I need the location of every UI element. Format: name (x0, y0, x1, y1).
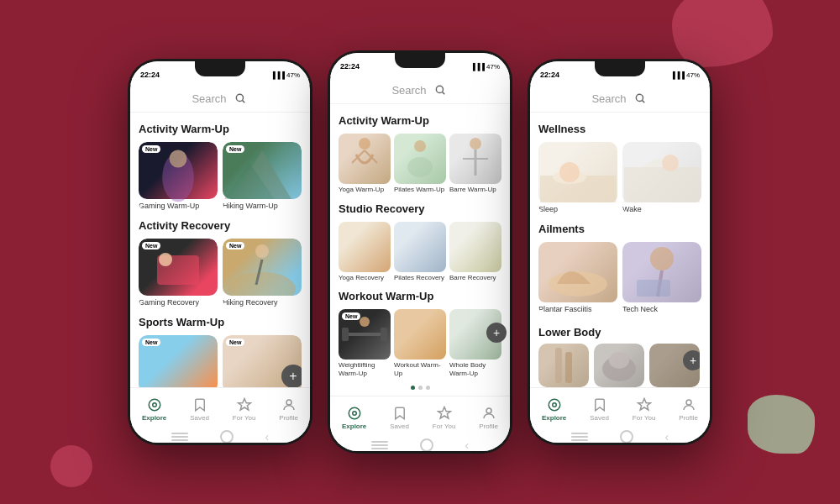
dot-1 (411, 386, 415, 390)
svg-point-29 (352, 412, 356, 416)
label-wake: Wake (622, 205, 701, 214)
label-pilates-warmup: Pilates Warm-Up (394, 186, 446, 194)
plus-btn-middle[interactable]: + (486, 323, 507, 343)
svg-point-11 (149, 399, 160, 411)
status-bar-middle: 22:24 ▐▐▐47% (330, 53, 510, 76)
nav-explore-middle[interactable]: Explore (342, 406, 366, 430)
svg-point-30 (486, 408, 491, 413)
svg-point-0 (236, 94, 243, 101)
time-right: 22:24 (540, 71, 559, 79)
svg-line-18 (365, 150, 377, 163)
nav-label-saved-right: Saved (590, 414, 609, 422)
card-barre-recovery[interactable]: Barre Recovery (449, 222, 501, 282)
signal-middle: ▐▐▐47% (470, 63, 500, 71)
label-barre-warmup: Barre Warm-Up (449, 186, 501, 194)
nav-label-saved-middle: Saved (390, 423, 409, 430)
section-title-workout-warmup: Workout Warm-Up (339, 290, 501, 302)
home-lines-middle (371, 441, 388, 449)
plus-btn-left[interactable]: + (281, 365, 302, 387)
card-plantar[interactable]: Plantar Fasciitis (538, 242, 617, 314)
svg-point-48 (686, 400, 691, 405)
card-hiking-recovery[interactable]: New Hiking Recovery (223, 239, 302, 307)
card-hiking-warmup[interactable]: New Hiking Warm-Up (223, 142, 302, 211)
nav-explore-right[interactable]: Explore (542, 397, 566, 422)
svg-point-37 (662, 155, 679, 171)
label-hiking-warmup: Hiking Warm-Up (223, 202, 302, 211)
section-title-studio-warmup: Activity Warm-Up (339, 114, 501, 127)
card-wake[interactable]: Wake (622, 142, 701, 214)
label-gaming-recovery: Gaming Recovery (139, 298, 218, 307)
home-indicator-right: ‹ (530, 431, 710, 443)
search-icon-left[interactable] (232, 90, 249, 107)
nav-foryou-middle[interactable]: For You (433, 406, 456, 430)
nav-foryou-right[interactable]: For You (633, 397, 656, 422)
search-label-left: Search (192, 92, 226, 105)
search-bar-middle[interactable]: Search (330, 76, 510, 104)
section-title-wellness: Wellness (538, 123, 701, 135)
card-lower3[interactable]: + (649, 344, 700, 387)
label-sleep: Sleep (538, 205, 617, 214)
svg-line-1 (242, 101, 244, 103)
svg-point-28 (349, 407, 360, 419)
phone-middle: 22:24 ▐▐▐47% Search Activity Warm-Up (328, 50, 512, 454)
dot-3 (426, 386, 430, 390)
card-pilates-warmup[interactable]: Pilates Warm-Up (394, 134, 446, 194)
home-back-middle: ‹ (465, 438, 469, 451)
card-sleep[interactable]: Sleep (538, 142, 617, 214)
card-sports1[interactable]: New Sports Warm-Up (139, 335, 218, 387)
card-yoga-recovery[interactable]: Yoga Recovery (339, 222, 391, 282)
svg-point-20 (407, 157, 433, 177)
nav-saved-right[interactable]: Saved (590, 397, 609, 422)
card-barre-warmup[interactable]: Barre Warm-Up (449, 134, 501, 194)
home-lines-left (171, 433, 188, 441)
nav-profile-left[interactable]: Profile (279, 397, 298, 422)
search-icon-right[interactable] (632, 90, 648, 107)
card-whole-body[interactable]: + Whole Body Warm-Up (449, 309, 501, 377)
phone-left: 22:24 ▐▐▐47% Search Activity Warm-Up (128, 59, 312, 445)
pagination-dots-middle (339, 386, 501, 390)
card-tech-neck[interactable]: Tech Neck (622, 242, 701, 314)
nav-label-explore-middle: Explore (342, 423, 366, 430)
badge-gaming-recovery: New (142, 242, 160, 249)
phones-container: 22:24 ▐▐▐47% Search Activity Warm-Up (128, 50, 712, 454)
content-middle: Activity Warm-Up Yoga Warm-Up (330, 104, 510, 396)
badge-sports2: New (226, 339, 244, 346)
nav-explore-left[interactable]: Explore (142, 397, 166, 422)
search-bar-left[interactable]: Search (130, 85, 310, 113)
status-bar-left: 22:24 ▐▐▐47% (130, 61, 310, 85)
card-gaming-warmup[interactable]: New Gaming Warm-Up (139, 142, 218, 211)
cards-activity-warmup: New Gaming Warm-Up New Hiking Warm-Up (139, 142, 302, 211)
card-weightlifting[interactable]: New Weightlifting Warm-Up (339, 309, 391, 377)
nav-foryou-left[interactable]: For You (233, 397, 256, 422)
nav-label-profile-left: Profile (279, 414, 298, 422)
card-lower2[interactable] (594, 344, 644, 387)
nav-profile-middle[interactable]: Profile (479, 406, 498, 430)
nav-saved-left[interactable]: Saved (190, 397, 209, 422)
svg-point-46 (549, 399, 560, 411)
card-yoga-warmup[interactable]: Yoga Warm-Up (339, 134, 391, 194)
nav-profile-right[interactable]: Profile (679, 397, 698, 422)
search-bar-right[interactable]: Search (530, 85, 710, 113)
svg-point-7 (159, 253, 172, 266)
cards-wellness: Sleep Wake (538, 142, 701, 214)
bottom-nav-middle: Explore Saved For You Profile (330, 396, 510, 439)
home-lines-right (571, 433, 588, 441)
home-indicator-left: ‹ (130, 431, 310, 443)
plus-btn-right[interactable]: + (683, 350, 700, 370)
card-gaming-recovery[interactable]: New Gaming Recovery (139, 239, 218, 307)
svg-point-14 (436, 86, 443, 92)
card-sports2[interactable]: New + Surfing (223, 335, 302, 387)
card-pilates-recovery[interactable]: Pilates Recovery (394, 222, 446, 282)
card-lower1[interactable] (538, 344, 589, 387)
nav-label-profile-right: Profile (679, 414, 698, 422)
svg-line-17 (352, 150, 365, 163)
label-pilates-recovery: Pilates Recovery (394, 274, 446, 282)
svg-point-19 (414, 140, 426, 152)
search-icon-middle[interactable] (432, 81, 449, 98)
label-barre-recovery: Barre Recovery (449, 274, 501, 282)
nav-saved-middle[interactable]: Saved (390, 406, 409, 430)
dot-2 (418, 386, 423, 390)
svg-point-12 (152, 403, 156, 407)
bottom-nav-right: Explore Saved For You Profile (530, 387, 710, 431)
card-workout-warmup[interactable]: Workout Warm-Up (394, 309, 446, 377)
